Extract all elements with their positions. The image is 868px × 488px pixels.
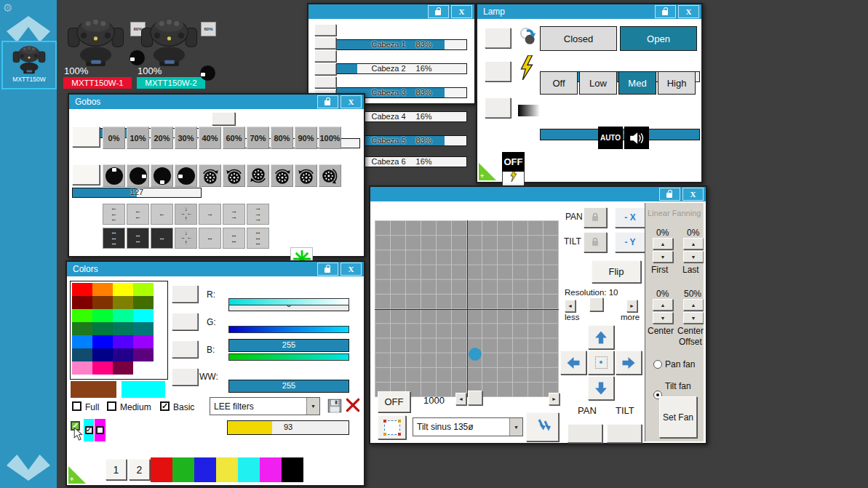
dimmer-channel-button[interactable] (485, 97, 511, 118)
shutter-open-button[interactable]: Open (620, 26, 697, 51)
gobo-rotate-wheel-button[interactable] (271, 164, 293, 187)
mode-medium-checkbox[interactable] (107, 401, 116, 411)
flip-button[interactable]: Flip (592, 260, 641, 283)
palette-cell[interactable] (133, 283, 154, 296)
palette-cell[interactable] (133, 348, 154, 361)
macro-dropdown[interactable]: Tilt sinus 135ø ▼ (413, 417, 523, 436)
palette-cell[interactable] (133, 322, 154, 335)
fixture-1[interactable]: 100% MXTT150W-1 (61, 13, 134, 90)
gobo-shake-button[interactable] (212, 112, 235, 125)
gobo-rotate-wheel-button[interactable] (319, 164, 341, 187)
dropdown-arrow-icon[interactable]: ▼ (306, 398, 319, 415)
mode-full-checkbox[interactable] (72, 401, 81, 411)
mini-magenta-swatch[interactable] (95, 419, 105, 441)
fixture-2-image[interactable] (135, 13, 204, 68)
gobo-percent-button[interactable]: 10% (127, 127, 149, 149)
resolution-thumb[interactable] (589, 297, 603, 311)
mini-cyan-checkbox[interactable]: ✓ (85, 426, 93, 434)
head-4-select-button[interactable] (314, 63, 336, 75)
strobe-med-button[interactable]: Med (618, 71, 656, 95)
head-1-select-button[interactable] (314, 24, 336, 36)
palette-cell[interactable] (72, 348, 92, 361)
lock-button[interactable] (317, 95, 338, 108)
red-channel-button[interactable] (172, 285, 198, 303)
shutter-channel-button[interactable] (485, 28, 511, 48)
move-left-3-button[interactable]: ← ← ← (103, 204, 125, 225)
palette-cell[interactable] (113, 309, 133, 322)
move-right-1-button[interactable]: → (199, 204, 221, 225)
ww-slider[interactable]: 93 (227, 420, 349, 435)
fixture-2-name-label[interactable]: MXTT150W-2 (137, 77, 205, 89)
fan-last-down[interactable]: ▼ (683, 251, 704, 263)
red-gradient-strip[interactable] (228, 298, 349, 305)
gobo-rotate-wheel-button[interactable] (223, 164, 245, 187)
gobo-percent-channel-button[interactable] (72, 127, 100, 147)
gobo-percent-button[interactable]: 90% (295, 127, 317, 149)
current-color-swatch-2[interactable] (122, 381, 165, 398)
current-color-swatch-1[interactable] (71, 381, 116, 398)
page-1-button[interactable]: 1 (105, 459, 127, 480)
speed-left-arrow[interactable]: ◄ (455, 393, 466, 405)
strobe-off-mode-button[interactable]: OFF (502, 152, 525, 172)
palette-cell[interactable] (113, 296, 133, 309)
marquee-select-button[interactable] (378, 415, 406, 439)
quick-color-swatch[interactable] (260, 457, 282, 482)
green-gradient-strip[interactable] (228, 326, 349, 333)
quick-color-swatch[interactable] (194, 457, 216, 482)
pan-tilt-titlebar[interactable]: X (370, 187, 706, 201)
gobo-percent-button[interactable]: 40% (199, 127, 221, 149)
sway-3-button[interactable]: ↔ ↔ ↔ (247, 228, 269, 249)
fan-last-up[interactable]: ▲ (683, 238, 704, 249)
bounce-3-button[interactable]: ↔ ↔ ↔ (103, 228, 125, 249)
palette-cell[interactable] (113, 348, 133, 361)
fan-offset-down[interactable]: ▼ (683, 312, 704, 324)
gobo-rotate-wheel-button[interactable] (247, 164, 269, 187)
gobo-rotate-wheel-button[interactable] (199, 164, 221, 187)
gobo-position-left-button[interactable] (175, 164, 197, 187)
palette-cell[interactable] (113, 361, 133, 375)
strobe-off-button[interactable]: Off (540, 71, 578, 95)
pan-lock-button[interactable] (584, 207, 607, 228)
palette-cell[interactable] (72, 296, 92, 309)
pan-fan-radio[interactable] (653, 360, 662, 369)
gobo-percent-button[interactable]: 70% (247, 127, 269, 149)
fixture-1-image[interactable] (61, 13, 130, 68)
invert-y-button[interactable]: - Y (615, 232, 645, 252)
palette-cell[interactable] (133, 335, 154, 348)
green-channel-button[interactable] (172, 313, 198, 330)
tilt-value-field[interactable] (607, 424, 642, 443)
strobe-channel-button[interactable] (485, 61, 511, 81)
filter-dropdown[interactable]: LEE filters ▼ (210, 397, 320, 415)
gobos-titlebar[interactable]: Gobos X (69, 95, 364, 109)
fixture-tile[interactable]: MXTT150W (1, 41, 57, 89)
green-slider[interactable]: 255 (228, 339, 349, 352)
gobo-rotation-slider[interactable]: 127 (72, 188, 202, 198)
fan-center-up[interactable]: ▲ (653, 299, 673, 311)
fan-first-down[interactable]: ▼ (653, 251, 673, 263)
palette-cell[interactable] (72, 322, 92, 335)
nudge-up-button[interactable] (588, 325, 614, 349)
gobo-percent-button[interactable]: 0% (103, 127, 125, 149)
nudge-down-button[interactable] (588, 376, 614, 400)
save-icon[interactable] (327, 399, 342, 413)
palette-cell[interactable] (72, 283, 92, 296)
strobe-low-button[interactable]: Low (579, 71, 617, 95)
set-fan-button[interactable]: Set Fan (659, 396, 697, 438)
palette-cell[interactable] (92, 296, 113, 309)
palette-cell[interactable] (72, 361, 92, 375)
resize-handle[interactable]: + (479, 163, 496, 180)
blue-gradient-strip[interactable] (228, 353, 349, 361)
strobe-auto-button[interactable]: AUTO (598, 127, 623, 149)
quick-color-swatch[interactable] (216, 457, 238, 482)
gobo-percent-button[interactable]: 80% (271, 127, 293, 149)
sway-2-button[interactable]: ↔ ↔ (223, 228, 245, 249)
bounce-1-button[interactable]: ↔ (151, 228, 173, 249)
converge-button[interactable]: ↓ → ← ↑ (175, 228, 197, 249)
head-2-select-button[interactable] (314, 37, 336, 49)
blue-slider[interactable]: 255 (228, 380, 349, 393)
speed-thumb[interactable] (468, 391, 482, 405)
palette-cell[interactable] (72, 309, 92, 322)
heads-titlebar[interactable]: X (308, 4, 474, 19)
palette-cell[interactable] (113, 322, 133, 335)
scroll-down-chevron[interactable] (7, 455, 50, 481)
